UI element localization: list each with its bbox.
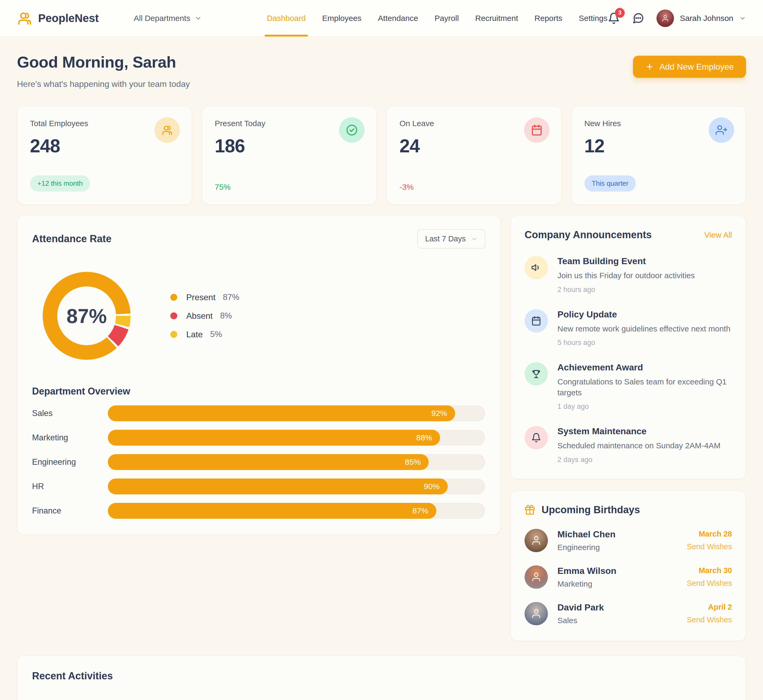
send-wishes-link[interactable]: Send Wishes [687, 579, 732, 588]
dept-bar-sales: Sales 92% [32, 405, 485, 421]
avatar [524, 602, 548, 625]
upcoming-birthdays-card: Upcoming Birthdays Michael Chen Engineer… [510, 491, 746, 641]
department-filter-label: All Departments [134, 14, 190, 23]
users-icon [154, 117, 180, 143]
send-wishes-link[interactable]: Send Wishes [687, 616, 732, 624]
dept-bar-hr: HR 90% [32, 478, 485, 494]
brand-name: PeopleNest [38, 12, 99, 25]
date-range-value: Last 7 Days [425, 234, 466, 243]
stat-cards: Total Employees 248 +12 this month Prese… [17, 106, 746, 205]
announcements-title: Company Announcements [524, 229, 652, 241]
stat-value: 12 [584, 135, 733, 156]
page-title: Good Morning, Sarah [17, 53, 190, 71]
greeting-section: Good Morning, Sarah Here's what's happen… [17, 53, 746, 89]
stat-value: 186 [215, 135, 364, 156]
tab-recruitment[interactable]: Recruitment [475, 0, 518, 37]
chevron-down-icon [739, 15, 746, 22]
user-name: Sarah Johnson [680, 14, 733, 23]
chat-ellipsis-icon [632, 12, 644, 24]
stat-trend-badge: +12 this month [30, 175, 90, 192]
legend-item-late: Late 5% [170, 330, 239, 339]
top-navbar: PeopleNest All Departments Dashboard Emp… [0, 0, 763, 37]
dashboard-content: Good Morning, Sarah Here's what's happen… [0, 53, 763, 700]
birthday-date: March 30 [687, 566, 732, 575]
bar-track: 85% [108, 454, 485, 470]
trophy-icon [524, 362, 548, 386]
birthday-item: Emma Wilson Marketing March 30 Send Wish… [524, 566, 732, 589]
recent-activities-card: Recent Activities John Davis marked atte… [17, 656, 746, 700]
stat-card-on-leave: On Leave 24 -3% [387, 106, 562, 205]
dept-bar-engineering: Engineering 85% [32, 454, 485, 470]
bar-fill: 85% [108, 454, 429, 470]
bar-track: 90% [108, 478, 485, 494]
birthday-item: David Park Sales April 2 Send Wishes [524, 602, 732, 625]
dept-bar-marketing: Marketing 88% [32, 430, 485, 446]
bell-icon [524, 426, 548, 449]
add-new-employee-label: Add New Employee [659, 62, 734, 72]
stat-card-total-employees: Total Employees 248 +12 this month [17, 106, 192, 205]
tab-settings[interactable]: Settings [579, 0, 607, 37]
add-new-employee-button[interactable]: Add New Employee [633, 56, 746, 78]
attendance-card-title: Attendance Rate [32, 233, 112, 245]
calendar-icon [524, 309, 548, 333]
header-actions: 3 Sarah Johnson [608, 9, 746, 27]
send-wishes-link[interactable]: Send Wishes [687, 542, 732, 551]
legend-dot [170, 294, 177, 301]
notification-count-badge: 3 [615, 8, 625, 18]
stat-card-new-hires: New Hires 12 This quarter [571, 106, 746, 205]
attendance-percentage: 87% [43, 272, 131, 360]
stat-value: 24 [399, 135, 548, 156]
tab-attendance[interactable]: Attendance [378, 0, 418, 37]
birthdays-title: Upcoming Birthdays [541, 504, 640, 516]
chevron-down-icon [195, 14, 202, 22]
tab-payroll[interactable]: Payroll [434, 0, 459, 37]
announcement-item: Team Building Event Join us this Friday … [524, 256, 732, 294]
legend-item-present: Present 87% [170, 292, 239, 302]
messages-button[interactable] [632, 12, 644, 24]
bar-fill: 92% [108, 405, 455, 421]
department-filter-dropdown[interactable]: All Departments [134, 14, 202, 23]
plus-icon [645, 62, 654, 71]
stat-trend-badge: This quarter [584, 175, 636, 192]
right-column: Company Announcements View All Team Buil… [510, 216, 746, 641]
chevron-down-icon [471, 236, 477, 242]
bar-fill: 90% [108, 478, 448, 494]
stat-card-present-today: Present Today 186 75% [202, 106, 377, 205]
app-logo: PeopleNest [17, 11, 99, 26]
check-circle-icon [339, 117, 365, 143]
calendar-icon [524, 117, 549, 143]
legend-item-absent: Absent 8% [170, 311, 239, 321]
tab-employees[interactable]: Employees [322, 0, 361, 37]
attendance-rate-card: Attendance Rate Last 7 Days 87% Present [17, 216, 501, 534]
birthday-item: Michael Chen Engineering March 28 Send W… [524, 529, 732, 552]
avatar [524, 529, 548, 552]
page-subtitle: Here's what's happening with your team t… [17, 79, 190, 89]
attendance-donut: 87% [43, 272, 131, 360]
gift-icon [524, 505, 535, 515]
department-overview-title: Department Overview [32, 386, 485, 397]
tab-reports[interactable]: Reports [535, 0, 562, 37]
notifications-button[interactable]: 3 [608, 12, 620, 24]
announcement-item: System Maintenance Scheduled maintenance… [524, 426, 732, 464]
stat-trend-text: 75% [215, 183, 231, 192]
date-range-select[interactable]: Last 7 Days [417, 229, 485, 248]
birthday-date: March 28 [687, 530, 732, 538]
announcement-item: Achievement Award Congratulations to Sal… [524, 362, 732, 411]
bar-track: 92% [108, 405, 485, 421]
user-menu[interactable]: Sarah Johnson [657, 9, 746, 27]
birthday-date: April 2 [687, 603, 732, 611]
company-announcements-card: Company Announcements View All Team Buil… [510, 216, 746, 479]
main-nav: Dashboard Employees Attendance Payroll R… [267, 0, 607, 37]
bar-fill: 87% [108, 503, 436, 519]
bar-track: 87% [108, 503, 485, 519]
legend-dot [170, 312, 177, 319]
view-all-link[interactable]: View All [704, 231, 732, 239]
user-avatar [657, 9, 674, 27]
attendance-chart-section: 87% Present 87% Absent 8% La [32, 272, 485, 360]
attendance-legend: Present 87% Absent 8% Late 5% [170, 292, 239, 339]
bar-fill: 88% [108, 430, 440, 446]
user-plus-icon [709, 117, 734, 143]
stat-value: 248 [30, 135, 179, 156]
megaphone-icon [524, 256, 548, 279]
tab-dashboard[interactable]: Dashboard [267, 0, 306, 37]
